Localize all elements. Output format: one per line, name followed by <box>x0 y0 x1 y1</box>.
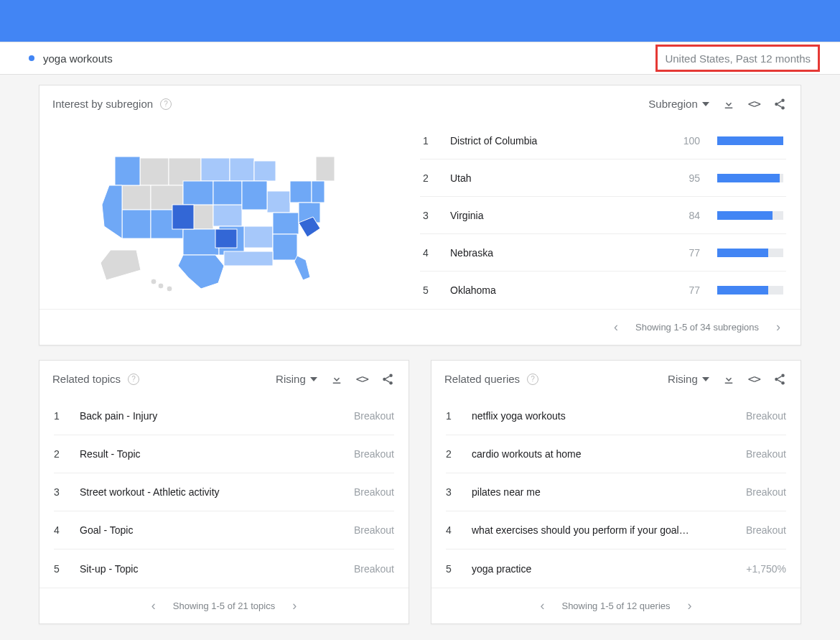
list-item[interactable]: 1 netflix yoga workouts Breakout <box>446 397 786 435</box>
chevron-left-icon[interactable]: ‹ <box>149 598 159 613</box>
chevron-down-icon <box>310 377 317 381</box>
interest-title: Interest by subregion ? <box>52 98 172 110</box>
topics-header: Related topics ? Rising <> <box>39 361 409 397</box>
svg-rect-12 <box>213 205 242 226</box>
embed-icon[interactable]: <> <box>356 372 368 386</box>
list-item[interactable]: 2 cardio workouts at home Breakout <box>446 435 786 473</box>
interest-card-header: Interest by subregion ? Subregion <> <box>39 85 801 122</box>
list-item[interactable]: 4 Goal - Topic Breakout <box>54 511 394 549</box>
interest-card: Interest by subregion ? Subregion <> <box>39 85 801 345</box>
rank: 3 <box>423 210 433 221</box>
rank: 2 <box>446 448 456 460</box>
filter-bar: yoga workouts United States, Past 12 mon… <box>0 42 840 75</box>
search-term[interactable]: yoga workouts <box>29 52 113 65</box>
subregion-list: 1 District of Columbia 100 2 Utah 95 3 V… <box>420 122 801 309</box>
interest-body: 1 District of Columbia 100 2 Utah 95 3 V… <box>39 122 801 309</box>
svg-rect-18 <box>242 181 267 210</box>
help-icon[interactable]: ? <box>128 374 139 385</box>
chevron-right-icon[interactable]: › <box>685 598 695 613</box>
share-icon[interactable] <box>773 98 786 111</box>
bar-fill <box>717 286 768 295</box>
rank: 3 <box>446 486 456 498</box>
query-value: Breakout <box>746 524 786 536</box>
chevron-right-icon[interactable]: › <box>289 598 299 613</box>
share-icon[interactable] <box>381 373 394 386</box>
svg-rect-27 <box>273 234 297 260</box>
queries-title-text: Related queries <box>444 373 520 385</box>
svg-rect-21 <box>183 229 219 255</box>
list-item[interactable]: 3 Street workout - Athletic activity Bre… <box>54 473 394 511</box>
queries-pager: ‹ Showing 1-5 of 12 queries › <box>431 588 801 623</box>
help-icon[interactable]: ? <box>527 374 538 385</box>
bar-fill <box>717 249 768 257</box>
download-icon[interactable] <box>722 98 735 111</box>
svg-rect-3 <box>140 158 169 185</box>
query-value: Breakout <box>746 486 786 498</box>
list-item[interactable]: 2 Result - Topic Breakout <box>54 435 394 473</box>
topics-pager: ‹ Showing 1-5 of 21 topics › <box>39 588 409 623</box>
bar-fill <box>717 136 783 145</box>
chevron-down-icon <box>702 102 709 106</box>
chevron-down-icon <box>702 377 709 381</box>
us-map[interactable] <box>39 122 420 309</box>
query-name: pilates near me <box>472 486 730 498</box>
topic-value: Breakout <box>354 410 394 422</box>
embed-icon[interactable]: <> <box>748 372 760 386</box>
rank: 1 <box>423 135 433 147</box>
share-icon[interactable] <box>773 373 786 386</box>
list-item[interactable]: 1 Back pain - Injury Breakout <box>54 397 394 435</box>
subregion-dropdown[interactable]: Subregion <box>648 98 709 110</box>
query-value: Breakout <box>746 410 786 422</box>
svg-point-0 <box>781 98 785 102</box>
list-item[interactable]: 5 Sit-up - Topic Breakout <box>54 549 394 588</box>
svg-point-35 <box>167 286 172 292</box>
pager-text: Showing 1-5 of 34 subregions <box>635 322 759 333</box>
topic-name: Street workout - Athletic activity <box>80 486 338 498</box>
svg-point-1 <box>775 102 778 106</box>
download-icon[interactable] <box>330 373 343 386</box>
bar-fill <box>717 211 773 220</box>
header-banner <box>0 0 840 42</box>
queries-actions: Rising <> <box>668 372 786 386</box>
pager-text: Showing 1-5 of 12 queries <box>561 600 670 611</box>
svg-rect-26 <box>312 181 325 203</box>
rising-dropdown[interactable]: Rising <box>668 373 709 385</box>
chevron-right-icon[interactable]: › <box>773 320 783 335</box>
chevron-left-icon[interactable]: ‹ <box>611 320 621 335</box>
list-item[interactable]: 4 what exercises should you perform if y… <box>446 511 786 549</box>
subregion-value: 100 <box>680 135 700 147</box>
subregion-row[interactable]: 2 Utah 95 <box>420 159 786 197</box>
rank: 1 <box>446 410 456 422</box>
svg-point-41 <box>389 381 393 385</box>
rank: 3 <box>54 486 64 498</box>
rank: 2 <box>54 448 64 460</box>
subregion-row[interactable]: 3 Virginia 84 <box>420 197 786 234</box>
rank: 5 <box>423 284 433 296</box>
svg-point-44 <box>781 381 785 385</box>
interest-actions: Subregion <> <box>648 97 786 111</box>
topic-name: Back pain - Injury <box>80 410 338 422</box>
topics-list: 1 Back pain - Injury Breakout 2 Result -… <box>39 397 409 588</box>
chevron-left-icon[interactable]: ‹ <box>537 598 547 613</box>
subregion-row[interactable]: 4 Nebraska 77 <box>420 234 786 272</box>
svg-rect-10 <box>230 158 254 181</box>
list-item[interactable]: 5 yoga practice +1,750% <box>446 549 786 588</box>
list-item[interactable]: 3 pilates near me Breakout <box>446 473 786 511</box>
subregion-name: Oklahoma <box>450 284 663 296</box>
download-icon[interactable] <box>722 373 735 386</box>
rising-dropdown[interactable]: Rising <box>276 373 317 385</box>
svg-rect-15 <box>115 157 140 185</box>
topic-value: Breakout <box>354 563 394 575</box>
query-name: cardio workouts at home <box>472 448 730 460</box>
embed-icon[interactable]: <> <box>748 97 760 111</box>
svg-marker-36 <box>294 256 310 280</box>
subregion-row[interactable]: 5 Oklahoma 77 <box>420 272 786 309</box>
rank: 4 <box>423 247 433 259</box>
help-icon[interactable]: ? <box>160 98 172 110</box>
content-area: Interest by subregion ? Subregion <> <box>0 75 840 624</box>
query-name: yoga practice <box>472 563 730 575</box>
bar-track <box>717 174 783 182</box>
topic-name: Result - Topic <box>80 448 338 460</box>
queries-header: Related queries ? Rising <> <box>431 361 801 397</box>
subregion-row[interactable]: 1 District of Columbia 100 <box>420 122 786 159</box>
